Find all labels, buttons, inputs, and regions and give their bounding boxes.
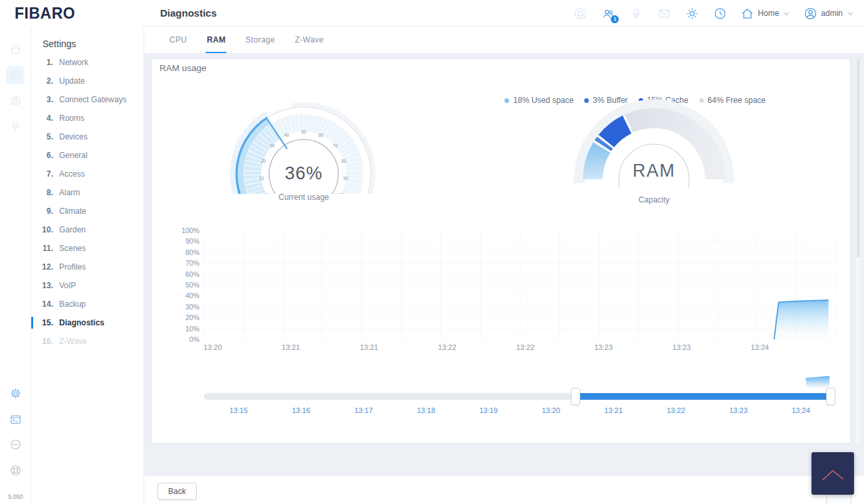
svg-text:70: 70 bbox=[333, 143, 338, 148]
fibaro-logo[interactable]: FIBARO bbox=[15, 5, 75, 23]
sidebar-item-devices[interactable]: 5.Devices bbox=[31, 127, 144, 146]
x-axis-label: 13:20 bbox=[193, 343, 233, 351]
lifebuoy-icon[interactable] bbox=[6, 461, 25, 479]
logo-box: FIBARO bbox=[0, 0, 144, 27]
clock-icon[interactable] bbox=[6, 66, 25, 84]
active-indicator-bar bbox=[31, 317, 33, 329]
tab-cpu[interactable]: CPU bbox=[168, 27, 188, 53]
sidebar-item-profiles[interactable]: 12.Profiles bbox=[31, 258, 144, 276]
sidebar-item-alarm[interactable]: 8.Alarm bbox=[31, 183, 144, 202]
gear-icon[interactable] bbox=[6, 384, 25, 402]
svg-text:90: 90 bbox=[343, 176, 348, 181]
item-label: Profiles bbox=[59, 262, 86, 272]
sidebar-item-diagnostics[interactable]: 15.Diagnostics bbox=[31, 313, 144, 332]
home-menu[interactable]: Home bbox=[740, 7, 791, 21]
x-axis-label: 13:22 bbox=[505, 343, 545, 351]
home-icon[interactable] bbox=[6, 40, 25, 58]
slider-handle-left[interactable] bbox=[571, 388, 580, 405]
back-button[interactable]: Back bbox=[158, 483, 197, 500]
settings-sidebar: Settings 1.Network2.Update3.Connect Gate… bbox=[31, 27, 144, 504]
sidebar-item-backup[interactable]: 14.Backup bbox=[31, 295, 144, 313]
item-number: 3. bbox=[31, 95, 53, 104]
y-axis-label: 50% bbox=[169, 281, 199, 289]
sidebar-item-climate[interactable]: 9.Climate bbox=[31, 202, 144, 220]
sidebar-item-general[interactable]: 6.General bbox=[31, 146, 144, 165]
scrollbar-thumb[interactable] bbox=[857, 58, 860, 258]
tab-z-wave[interactable]: Z-Wave bbox=[294, 27, 325, 53]
x-axis-label: 13:24 bbox=[740, 343, 780, 351]
users-icon[interactable]: 1 bbox=[601, 6, 616, 21]
item-number: 14. bbox=[31, 299, 53, 309]
item-number: 6. bbox=[31, 151, 53, 160]
svg-text:60: 60 bbox=[318, 133, 324, 137]
slider-handle-right[interactable] bbox=[826, 388, 835, 405]
item-number: 9. bbox=[31, 207, 53, 216]
notification-badge: 1 bbox=[611, 15, 619, 23]
item-label: Z-Wave bbox=[59, 337, 87, 346]
svg-text:20: 20 bbox=[261, 159, 267, 163]
sidebar-item-rooms[interactable]: 4.Rooms bbox=[31, 109, 144, 127]
x-axis-label: 13:23 bbox=[584, 343, 623, 351]
tab-storage[interactable]: Storage bbox=[244, 27, 276, 53]
y-axis-label: 70% bbox=[169, 259, 199, 267]
x-axis-label: 13:22 bbox=[427, 343, 467, 351]
capacity-segment-18-used-space bbox=[593, 147, 601, 179]
y-axis-label: 90% bbox=[169, 237, 199, 245]
item-label: Alarm bbox=[59, 188, 80, 197]
item-label: Connect Gateways bbox=[59, 95, 126, 104]
item-number: 13. bbox=[31, 281, 53, 290]
sidebar-items: 1.Network2.Update3.Connect Gateways4.Roo… bbox=[31, 53, 144, 351]
microphone-icon[interactable] bbox=[629, 6, 644, 21]
chart-peak-icon bbox=[818, 463, 847, 483]
y-axis-label: 0% bbox=[169, 335, 199, 343]
sidebar-item-network[interactable]: 1.Network bbox=[31, 53, 144, 72]
plug-icon[interactable] bbox=[6, 117, 25, 135]
led-brightness-icon[interactable] bbox=[685, 6, 700, 21]
terminal-icon[interactable] bbox=[6, 410, 25, 428]
y-axis-label: 10% bbox=[169, 325, 199, 333]
item-label: Update bbox=[59, 76, 85, 86]
item-label: Access bbox=[59, 169, 85, 179]
chevron-down-icon bbox=[846, 9, 855, 18]
sidebar-item-z-wave[interactable]: 16.Z-Wave bbox=[31, 332, 144, 351]
chart-plot-area bbox=[204, 230, 836, 339]
app-window: 5.050 FIBARO Settings 1.Network2.Update3… bbox=[0, 0, 864, 504]
header-actions: 1 Home admin bbox=[573, 0, 855, 27]
item-number: 5. bbox=[31, 132, 53, 141]
sidebar-item-garden[interactable]: 10.Garden bbox=[31, 220, 144, 239]
y-axis-label: 80% bbox=[169, 248, 199, 256]
help-icon[interactable] bbox=[6, 435, 25, 454]
clock-icon[interactable] bbox=[712, 6, 728, 21]
item-label: Scenes bbox=[59, 244, 86, 253]
item-label: Climate bbox=[59, 207, 86, 216]
sidebar-item-voip[interactable]: 13.VoIP bbox=[31, 276, 144, 295]
alarm-bell-icon[interactable] bbox=[573, 6, 588, 21]
sidebar-item-update[interactable]: 2.Update bbox=[31, 72, 144, 90]
svg-text:10: 10 bbox=[259, 176, 265, 181]
envelope-icon[interactable] bbox=[657, 6, 672, 21]
legend-item-18-used-space: 18% Used space bbox=[504, 96, 574, 105]
svg-text:80: 80 bbox=[342, 159, 347, 163]
item-label: Garden bbox=[59, 225, 86, 234]
svg-text:30: 30 bbox=[270, 143, 275, 148]
tab-ram[interactable]: RAM bbox=[205, 27, 227, 53]
sidebar-item-scenes[interactable]: 11.Scenes bbox=[31, 239, 144, 258]
user-menu[interactable]: admin bbox=[804, 7, 855, 21]
home-icon bbox=[740, 7, 754, 21]
current-usage-gauge: 010203040506070809010036% bbox=[227, 88, 380, 194]
header-icons: 1 bbox=[573, 6, 728, 21]
svg-text:50: 50 bbox=[301, 129, 306, 134]
support-chat-widget[interactable] bbox=[811, 452, 854, 495]
sidebar-item-connect-gateways[interactable]: 3.Connect Gateways bbox=[31, 90, 144, 109]
camera-icon[interactable] bbox=[6, 91, 25, 110]
item-number: 10. bbox=[31, 225, 53, 234]
time-range-slider-selection[interactable] bbox=[576, 393, 831, 400]
y-axis-label: 100% bbox=[169, 226, 199, 234]
y-axis-label: 60% bbox=[169, 270, 199, 278]
slider-time-label: 13:15 bbox=[220, 406, 257, 414]
user-menu-label: admin bbox=[821, 9, 843, 18]
slider-time-label: 13:21 bbox=[595, 406, 632, 414]
svg-text:RAM: RAM bbox=[633, 161, 676, 181]
sidebar-item-access[interactable]: 7.Access bbox=[31, 165, 144, 183]
item-number: 12. bbox=[31, 262, 53, 272]
